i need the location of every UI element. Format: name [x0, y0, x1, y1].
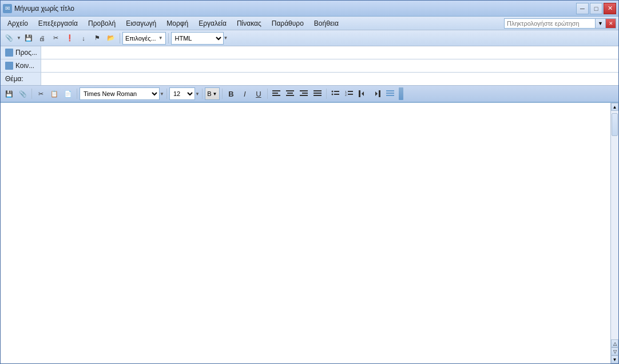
options-dropdown-arrow: ▼ — [158, 35, 163, 41]
menu-table[interactable]: Πίνακας — [232, 18, 266, 29]
to-label: Προς... — [1, 47, 41, 58]
list-ul-button[interactable] — [329, 87, 342, 100]
scroll-page-down-button[interactable]: ▽ — [611, 347, 618, 355]
menu-tools[interactable]: Εργαλεία — [194, 18, 231, 29]
svg-rect-1 — [272, 93, 278, 94]
cc-label-text: Κοιν... — [15, 62, 34, 70]
cc-input[interactable] — [41, 59, 618, 72]
tb-print-button[interactable]: 🖨 — [36, 32, 49, 45]
tb-save-button[interactable]: 💾 — [22, 32, 35, 45]
font-dropdown-arrow[interactable]: ▼ — [160, 91, 164, 97]
toolbar2-handle — [399, 87, 403, 100]
tb-paste-button[interactable]: 📄 — [62, 87, 74, 100]
menu-format[interactable]: Μορφή — [162, 18, 193, 29]
subject-row: Θέμα: — [1, 73, 618, 85]
menu-file[interactable]: Αρχείο — [3, 18, 33, 29]
font-color-label: B — [207, 90, 211, 97]
scrollbar-thumb[interactable] — [612, 113, 618, 136]
toolbar1: 📎 ▼ 💾 🖨 ✂ ❗ ↓ ⚑ 📂 Επιλογές... ▼ HTML Απλ… — [1, 30, 618, 46]
tb-flag-button[interactable]: ⚑ — [91, 32, 104, 45]
svg-point-14 — [331, 94, 333, 95]
list-ol-button[interactable]: 1.2. — [343, 87, 355, 100]
svg-rect-10 — [314, 93, 322, 94]
tb-copy-button[interactable]: 📋 — [48, 87, 61, 100]
cc-label: Κοιν... — [1, 61, 41, 71]
italic-button[interactable]: I — [239, 87, 251, 100]
tb-importance-high-button[interactable]: ❗ — [64, 32, 76, 45]
titlebar-buttons: ─ □ ✕ — [576, 3, 616, 14]
menu-view[interactable]: Προβολή — [84, 18, 120, 29]
svg-rect-9 — [314, 90, 322, 91]
menu-insert[interactable]: Εισαγωγή — [121, 18, 161, 29]
scrollbar-track[interactable] — [611, 111, 618, 339]
svg-marker-22 — [375, 91, 378, 96]
tb-importance-low-button[interactable]: ↓ — [77, 32, 90, 45]
svg-rect-2 — [272, 95, 280, 96]
size-dropdown-arrow[interactable]: ▼ — [195, 91, 200, 97]
svg-marker-20 — [362, 91, 364, 96]
svg-rect-24 — [386, 90, 394, 91]
close-button[interactable]: ✕ — [604, 3, 616, 14]
tb-cut-button[interactable]: ✂ — [50, 32, 62, 45]
titlebar: ✉ Μήνυμα χωρίς τίτλο ─ □ ✕ — [1, 1, 618, 17]
bold-button[interactable]: B — [225, 87, 237, 100]
svg-rect-13 — [334, 91, 339, 92]
align-center-button[interactable] — [284, 87, 296, 100]
window-title: Μήνυμα χωρίς τίτλο — [14, 5, 576, 13]
tb-save2-button[interactable]: 💾 — [3, 87, 15, 100]
align-justify-button[interactable] — [311, 87, 324, 100]
align-right-button[interactable] — [297, 87, 310, 100]
font-size-select[interactable]: 12 8 10 14 16 18 24 36 — [169, 87, 195, 100]
scroll-down-button[interactable]: ▼ — [611, 355, 618, 363]
minimize-button[interactable]: ─ — [576, 3, 589, 14]
formatting-toolbar: 💾 📎 ✂ 📋 📄 Times New Roman Arial Courier … — [1, 86, 618, 103]
tb-open-button[interactable]: 📂 — [105, 32, 117, 45]
tb-attach-button[interactable]: 📎 — [3, 32, 15, 45]
scroll-page-up-button[interactable]: △ — [611, 339, 618, 347]
to-label-text: Προς... — [15, 49, 37, 57]
menu-window[interactable]: Παράθυρο — [267, 18, 308, 29]
fmt-separator-7 — [326, 89, 327, 99]
font-name-select[interactable]: Times New Roman Arial Courier New — [80, 87, 160, 100]
tb-separator-1 — [120, 33, 120, 43]
svg-rect-6 — [300, 90, 308, 91]
tb-attach2-button[interactable]: 📎 — [17, 87, 29, 100]
options-dropdown[interactable]: Επιλογές... ▼ — [122, 32, 166, 45]
align-left-button[interactable] — [270, 87, 283, 100]
search-close-button[interactable]: ✕ — [606, 18, 616, 29]
scroll-up-button[interactable]: ▲ — [611, 103, 618, 111]
svg-rect-19 — [348, 94, 353, 95]
tb-cut2-button[interactable]: ✂ — [34, 87, 47, 100]
more-options-button[interactable] — [384, 87, 396, 100]
svg-rect-26 — [386, 95, 394, 96]
subject-label-text: Θέμα: — [5, 75, 23, 83]
menu-help[interactable]: Βοήθεια — [310, 18, 343, 29]
window-icon: ✉ — [3, 4, 12, 13]
indent-increase-button[interactable] — [370, 87, 383, 100]
svg-rect-8 — [300, 95, 308, 96]
menu-edit[interactable]: Επεξεργασία — [34, 18, 82, 29]
subject-input[interactable] — [41, 73, 618, 85]
search-input[interactable] — [504, 18, 596, 29]
options-label: Επιλογές... — [125, 35, 156, 42]
svg-rect-23 — [379, 90, 380, 97]
format-select[interactable]: HTML Απλό κείμενο — [171, 32, 224, 45]
scrollbar: ▲ △ ▽ ▼ — [610, 103, 618, 363]
svg-rect-21 — [359, 90, 360, 97]
search-dropdown-button[interactable]: ▼ — [596, 18, 606, 29]
svg-rect-4 — [287, 93, 293, 94]
maximize-button[interactable]: □ — [590, 3, 602, 14]
search-box: ▼ ✕ — [504, 18, 616, 29]
compose-area[interactable] — [1, 103, 610, 363]
underline-button[interactable]: U — [252, 87, 265, 100]
cc-icon — [5, 62, 13, 70]
indent-decrease-button[interactable] — [356, 87, 369, 100]
fmt-separator-1 — [31, 89, 32, 99]
format-dropdown-arrow[interactable]: ▼ — [224, 35, 228, 41]
cc-row: Κοιν... — [1, 59, 618, 73]
svg-rect-7 — [302, 93, 308, 94]
font-color-button[interactable]: B ▼ — [205, 87, 220, 100]
menubar: Αρχείο Επεξεργασία Προβολή Εισαγωγή Μορφ… — [1, 17, 618, 30]
to-input[interactable] — [41, 46, 618, 59]
attach-dropdown-arrow[interactable]: ▼ — [17, 35, 21, 41]
